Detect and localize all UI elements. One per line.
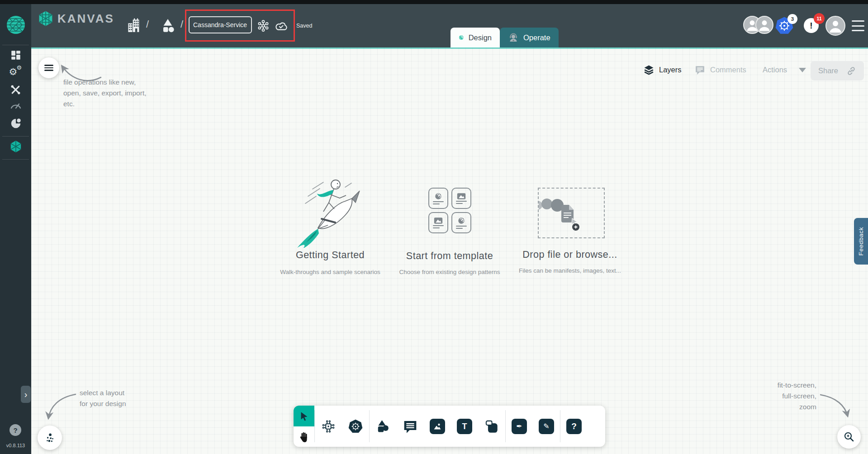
window-top-strip: [0, 0, 868, 4]
select-tool[interactable]: [294, 406, 314, 426]
toolbar-help-button[interactable]: ?: [566, 419, 582, 434]
share-button[interactable]: Share: [811, 61, 864, 80]
cursor-arrow-icon: [299, 411, 309, 421]
question-icon: ?: [13, 426, 17, 434]
note-tool[interactable]: [484, 419, 499, 434]
comment-tool[interactable]: [403, 419, 418, 434]
sticky-note-icon: [485, 420, 498, 433]
pattern-spiral-icon: [434, 192, 442, 200]
magnifier-plus-icon: [843, 431, 855, 443]
design-nodes-button[interactable]: [256, 19, 270, 33]
comments-label: Comments: [710, 66, 746, 74]
breadcrumb-separator: /: [180, 19, 183, 30]
image-tool[interactable]: [430, 419, 445, 434]
gauge-icon: [10, 100, 22, 110]
kubernetes-tool[interactable]: [348, 419, 363, 434]
text-tool[interactable]: T: [457, 419, 472, 434]
template-thumb: [451, 188, 471, 209]
text-tool-glyph: T: [462, 422, 467, 430]
hand-icon: [299, 431, 309, 442]
header-menu-button[interactable]: [852, 20, 864, 31]
sidebar-item-kanvas-active[interactable]: [0, 140, 31, 153]
question-icon: ?: [571, 422, 577, 430]
chevron-down-icon: [799, 68, 806, 72]
toolbox-icon: [10, 84, 21, 95]
tab-design[interactable]: Design: [451, 28, 500, 47]
annotation-zoom: fit-to-screen, full-screen, zoom: [778, 380, 816, 412]
save-status: Saved: [296, 23, 312, 29]
link-icon: [846, 66, 856, 76]
design-name-input[interactable]: [189, 16, 252, 33]
help-button[interactable]: ?: [9, 424, 21, 436]
layout-select-fab[interactable]: [38, 426, 62, 450]
kubernetes-icon: [348, 419, 363, 434]
annotation-file-operations: file operations like new, open, save, ex…: [63, 77, 147, 109]
image-icon: [434, 217, 443, 224]
k8s-context-count-badge: 3: [787, 14, 797, 24]
extensions-pie-icon: [9, 117, 22, 130]
drop-file-zone[interactable]: [538, 188, 605, 238]
pan-tool[interactable]: [294, 426, 314, 447]
avatar: [755, 16, 773, 34]
breadcrumb-designs[interactable]: [161, 18, 175, 33]
sidebar-divider: [2, 136, 29, 137]
image-icon: [457, 193, 466, 200]
template-thumb: [428, 188, 448, 209]
breadcrumb-organization[interactable]: [127, 18, 141, 33]
layout-cluster-icon: [44, 432, 55, 443]
sidebar-item-lifecycle[interactable]: ⚙ ⚙: [0, 66, 31, 78]
rocket-doodle-illustration: [292, 175, 369, 248]
zoom-fab[interactable]: [837, 425, 861, 449]
sidebar-item-configuration[interactable]: [0, 84, 31, 95]
version-label: v0.8.113: [0, 443, 31, 448]
faceted-ball-icon: [6, 15, 26, 35]
pattern-spiral-icon: [457, 217, 465, 225]
pen-tool[interactable]: ✒: [512, 419, 527, 434]
chevron-right-icon: ›: [24, 389, 28, 400]
template-thumb: [428, 212, 448, 233]
left-sidebar: ⚙ ⚙: [0, 4, 31, 454]
dashboard-icon: [10, 49, 22, 61]
canvas-toolbar: T ✒ ✎ ?: [294, 406, 605, 447]
shapes-tool[interactable]: [375, 419, 391, 434]
cloud-sync-button[interactable]: [274, 19, 288, 32]
design-spiral-icon: [459, 33, 464, 43]
tab-operate[interactable]: Operate: [500, 28, 559, 47]
top-header: KANVAS /: [31, 4, 868, 47]
component-tool[interactable]: [321, 419, 336, 434]
kanvas-logo[interactable]: KANVAS: [38, 10, 114, 27]
getting-started-card[interactable]: [292, 175, 369, 248]
comments-icon: [694, 64, 706, 76]
notification-count-badge: 11: [814, 13, 825, 24]
start-from-template-card[interactable]: [428, 188, 471, 236]
tab-operate-label: Operate: [523, 33, 550, 42]
collaborator-avatars[interactable]: [743, 16, 774, 34]
sidebar-item-performance[interactable]: [0, 100, 31, 110]
share-label: Share: [818, 66, 838, 75]
layers-icon: [643, 64, 655, 76]
sidebar-expand-chevron[interactable]: ›: [21, 386, 31, 403]
drop-file-illustration: [539, 189, 606, 238]
tab-design-label: Design: [469, 33, 492, 42]
circuit-chip-icon: [321, 419, 336, 434]
layers-button[interactable]: Layers: [643, 64, 682, 76]
breadcrumb-separator: /: [146, 19, 149, 30]
user-avatar-menu[interactable]: [825, 16, 845, 36]
file-operations-menu-fab[interactable]: [38, 57, 59, 78]
doodle-tool-glyph: ✎: [543, 423, 549, 430]
nodes-flower-icon: [256, 19, 270, 33]
hamburger-icon: [852, 20, 864, 22]
drop-file-title: Drop file or browse...: [498, 249, 642, 260]
comments-button[interactable]: Comments: [694, 64, 746, 76]
sidebar-divider: [2, 159, 29, 160]
doodle-tool[interactable]: ✎: [539, 419, 554, 434]
actions-dropdown[interactable]: Actions: [763, 66, 806, 74]
kanvas-wordmark: KANVAS: [57, 12, 114, 26]
sidebar-item-dashboard[interactable]: [0, 49, 31, 61]
sidebar-item-extensions[interactable]: [0, 117, 31, 130]
pen-tool-glyph: ✒: [516, 423, 522, 430]
feedback-tab[interactable]: Feedback: [854, 218, 868, 265]
meshery-logo-ball[interactable]: [0, 15, 31, 35]
building-icon: [127, 18, 141, 33]
shapes-icon: [161, 18, 175, 33]
